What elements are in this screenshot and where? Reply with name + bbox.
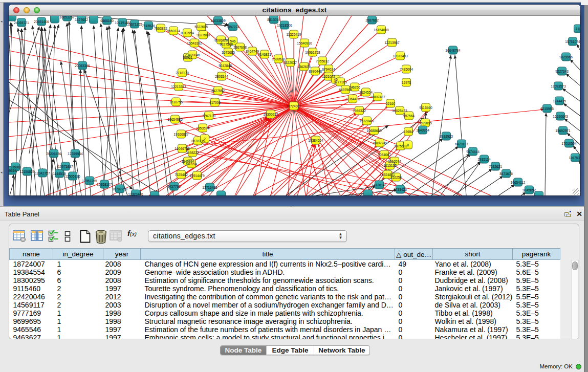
svg-text:12213383: 12213383 bbox=[171, 85, 186, 89]
svg-text:6794024: 6794024 bbox=[322, 68, 335, 71]
svg-text:16914479: 16914479 bbox=[189, 174, 205, 178]
svg-text:5322605: 5322605 bbox=[194, 25, 208, 29]
svg-text:9146821: 9146821 bbox=[258, 53, 271, 56]
svg-text:546: 546 bbox=[230, 39, 235, 43]
svg-text:1527602: 1527602 bbox=[75, 18, 88, 21]
svg-text:2867608: 2867608 bbox=[233, 46, 247, 49]
svg-text:7986322: 7986322 bbox=[353, 109, 366, 113]
svg-text:15640910: 15640910 bbox=[297, 41, 312, 45]
svg-text:9115460: 9115460 bbox=[419, 106, 432, 110]
svg-text:2935114: 2935114 bbox=[477, 158, 491, 161]
svg-text:1588520: 1588520 bbox=[272, 57, 285, 61]
svg-text:16210643: 16210643 bbox=[553, 115, 568, 118]
svg-text:20691406: 20691406 bbox=[34, 20, 49, 24]
svg-text:20053346: 20053346 bbox=[75, 64, 90, 68]
svg-text:16033809: 16033809 bbox=[210, 19, 226, 23]
svg-text:18807249: 18807249 bbox=[372, 141, 387, 145]
svg-text:9474444: 9474444 bbox=[466, 150, 480, 154]
svg-text:9457791: 9457791 bbox=[167, 185, 181, 188]
svg-text:12213967: 12213967 bbox=[384, 41, 400, 45]
svg-text:8990448: 8990448 bbox=[309, 70, 322, 73]
svg-text:3675685: 3675685 bbox=[222, 51, 235, 54]
svg-text:16543382: 16543382 bbox=[187, 41, 202, 45]
svg-text:7357224: 7357224 bbox=[226, 25, 239, 29]
svg-text:8471676: 8471676 bbox=[499, 172, 513, 176]
svg-text:1144519: 1144519 bbox=[53, 172, 66, 176]
svg-text:8: 8 bbox=[407, 143, 409, 147]
svg-text:7632621: 7632621 bbox=[489, 165, 502, 168]
svg-text:2687682: 2687682 bbox=[365, 18, 379, 22]
svg-text:417006: 417006 bbox=[209, 101, 221, 104]
svg-text:3267130: 3267130 bbox=[202, 114, 215, 118]
svg-text:20206536: 20206536 bbox=[46, 152, 61, 156]
svg-text:1244415: 1244415 bbox=[553, 99, 566, 103]
svg-text:19300215: 19300215 bbox=[263, 113, 278, 116]
svg-text:6466160: 6466160 bbox=[100, 19, 114, 23]
svg-text:12342757: 12342757 bbox=[35, 171, 50, 175]
svg-text:10653267: 10653267 bbox=[59, 16, 75, 19]
svg-text:19654985: 19654985 bbox=[167, 118, 183, 121]
svg-text:16154808: 16154808 bbox=[374, 28, 389, 32]
svg-text:9699695: 9699695 bbox=[419, 121, 432, 125]
svg-text:10654112: 10654112 bbox=[511, 181, 526, 184]
svg-text:17957255: 17957255 bbox=[82, 179, 97, 183]
svg-text:10688609: 10688609 bbox=[366, 129, 382, 133]
svg-text:8322037: 8322037 bbox=[284, 61, 297, 64]
svg-text:9777169: 9777169 bbox=[334, 80, 347, 84]
svg-text:18724007: 18724007 bbox=[286, 104, 301, 108]
svg-text:24055721: 24055721 bbox=[14, 21, 29, 25]
svg-text:3498222: 3498222 bbox=[186, 151, 199, 155]
svg-text:2: 2 bbox=[204, 137, 206, 141]
svg-text:6479197: 6479197 bbox=[455, 142, 468, 146]
svg-text:957564: 957564 bbox=[403, 114, 415, 118]
svg-text:1615132: 1615132 bbox=[383, 164, 397, 167]
svg-text:8660124: 8660124 bbox=[167, 29, 180, 33]
svg-text:9242848: 9242848 bbox=[219, 64, 232, 68]
svg-text:335061: 335061 bbox=[10, 165, 21, 169]
svg-text:3624554: 3624554 bbox=[359, 91, 373, 94]
svg-text:1612074: 1612074 bbox=[388, 160, 401, 163]
svg-text:16671355: 16671355 bbox=[127, 23, 142, 26]
svg-text:17359934: 17359934 bbox=[68, 152, 83, 156]
svg-text:252254: 252254 bbox=[390, 176, 402, 179]
svg-text:1610755: 1610755 bbox=[169, 100, 183, 104]
svg-text:8215955: 8215955 bbox=[540, 107, 554, 111]
svg-text:19654: 19654 bbox=[404, 130, 413, 134]
svg-text:640994: 640994 bbox=[186, 162, 197, 166]
svg-text:10961758: 10961758 bbox=[305, 51, 320, 54]
svg-text:9227343: 9227343 bbox=[555, 70, 569, 73]
svg-text:9327508: 9327508 bbox=[220, 42, 233, 46]
svg-text:8186328: 8186328 bbox=[214, 38, 228, 42]
svg-text:8813054: 8813054 bbox=[267, 18, 280, 21]
svg-text:7625402: 7625402 bbox=[175, 173, 188, 177]
svg-text:15720407: 15720407 bbox=[359, 119, 375, 123]
svg-text:8454749: 8454749 bbox=[246, 50, 259, 53]
svg-text:7485004: 7485004 bbox=[400, 68, 413, 71]
svg-text:39154: 39154 bbox=[9, 169, 16, 172]
svg-text:15692971: 15692971 bbox=[555, 129, 571, 133]
svg-text:16782759: 16782759 bbox=[112, 187, 127, 191]
svg-text:111: 111 bbox=[576, 27, 580, 31]
svg-text:8938923: 8938923 bbox=[440, 135, 453, 138]
svg-text:12093573: 12093573 bbox=[551, 84, 566, 88]
svg-text:9245652: 9245652 bbox=[522, 188, 536, 192]
svg-text:15751074: 15751074 bbox=[565, 40, 580, 43]
svg-text:12323446: 12323446 bbox=[128, 192, 143, 196]
svg-text:8912954: 8912954 bbox=[181, 31, 194, 35]
svg-text:9084067: 9084067 bbox=[378, 153, 391, 157]
svg-text:19384554: 19384554 bbox=[308, 139, 323, 142]
svg-text:10025433: 10025433 bbox=[392, 109, 407, 113]
svg-text:11325419: 11325419 bbox=[287, 33, 301, 36]
svg-text:12505135: 12505135 bbox=[65, 174, 80, 178]
svg-text:10975887: 10975887 bbox=[58, 165, 73, 168]
svg-text:23420046: 23420046 bbox=[185, 53, 200, 57]
svg-text:1362615: 1362615 bbox=[297, 65, 311, 69]
svg-text:12975: 12975 bbox=[402, 81, 411, 84]
svg-text:7515526: 7515526 bbox=[142, 24, 155, 28]
svg-text:21364436: 21364436 bbox=[345, 97, 360, 101]
svg-text:13716485: 13716485 bbox=[202, 186, 217, 189]
svg-text:19166827: 19166827 bbox=[173, 133, 189, 136]
svg-text:17010504: 17010504 bbox=[561, 142, 577, 145]
svg-text:9327508: 9327508 bbox=[197, 33, 210, 37]
svg-text:16648784: 16648784 bbox=[445, 49, 461, 52]
